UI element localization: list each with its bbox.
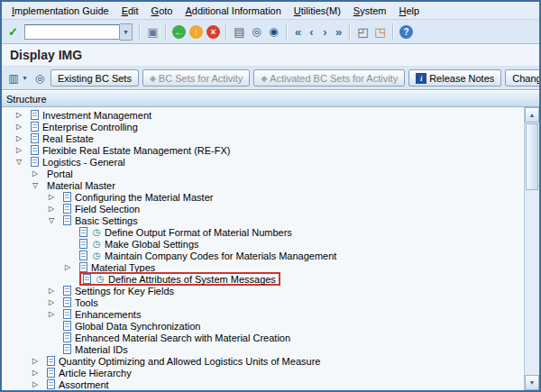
save-icon[interactable]: ▣ bbox=[145, 23, 160, 40]
img-activity-icon[interactable]: ◷ bbox=[91, 227, 102, 237]
change-log-button[interactable]: Change Log bbox=[505, 69, 541, 87]
tree-item-label[interactable]: Configuring the Material Master bbox=[75, 192, 213, 203]
collapse-icon[interactable]: ▽ bbox=[47, 216, 63, 224]
release-notes-button[interactable]: iRelease Notes bbox=[408, 69, 501, 87]
expand-icon[interactable]: ▷ bbox=[31, 380, 47, 388]
existing-bc-sets-button[interactable]: Existing BC Sets bbox=[50, 69, 139, 87]
scrollbar-track[interactable] bbox=[525, 123, 539, 375]
expand-icon[interactable]: ▷ bbox=[31, 169, 47, 178]
menu-goto[interactable]: Goto bbox=[145, 4, 179, 18]
scrollbar-thumb[interactable] bbox=[526, 123, 538, 190]
tree-item-label[interactable]: Article Hierarchy bbox=[59, 368, 132, 378]
img-activity-icon[interactable]: ◷ bbox=[91, 251, 102, 260]
vertical-scrollbar[interactable]: ▲ ▼ bbox=[524, 107, 539, 390]
find-next-icon[interactable]: ◉ bbox=[266, 23, 281, 40]
tree-item-label[interactable]: Enhancements bbox=[75, 309, 141, 320]
last-page-icon[interactable]: » bbox=[333, 23, 344, 40]
tree-row: ▷Flexible Real Estate Management (RE-FX) bbox=[2, 144, 524, 156]
expand-icon[interactable]: ▷ bbox=[47, 310, 63, 318]
collapse-icon[interactable]: ▽ bbox=[31, 181, 47, 189]
new-session-icon[interactable]: ◰ bbox=[355, 23, 371, 40]
expand-icon[interactable]: ▷ bbox=[47, 205, 63, 213]
tree-item-label[interactable]: Make Global Settings bbox=[105, 239, 199, 250]
title-bar: Display IMG bbox=[2, 44, 539, 67]
document-icon bbox=[63, 286, 71, 296]
menu-system[interactable]: System bbox=[347, 4, 393, 18]
structure-header-label: Structure bbox=[6, 94, 47, 105]
expand-icon[interactable]: ▷ bbox=[31, 357, 47, 365]
document-icon bbox=[31, 157, 39, 167]
tree-item-label[interactable]: Quantity Optimizing and Allowed Logistic… bbox=[59, 356, 320, 367]
menu-help[interactable]: Help bbox=[393, 4, 426, 18]
enter-icon[interactable]: ✓ bbox=[5, 23, 21, 40]
img-activity-icon[interactable]: ◷ bbox=[91, 239, 102, 249]
previous-page-icon[interactable]: ‹ bbox=[306, 23, 317, 40]
cancel-icon[interactable]: × bbox=[206, 25, 220, 39]
first-page-icon[interactable]: « bbox=[292, 23, 304, 40]
collapse-icon[interactable]: ▽ bbox=[14, 158, 31, 166]
tree-item-label[interactable]: Logistics - General bbox=[42, 157, 125, 168]
tree-item-label[interactable]: Material Types bbox=[91, 262, 155, 273]
display-dropdown-icon[interactable]: ▾ bbox=[21, 70, 29, 86]
expand-icon[interactable]: ▷ bbox=[63, 263, 79, 271]
activated-bc-sets-for-activity-button[interactable]: ◆Activated BC Sets for Activity bbox=[253, 69, 405, 87]
scroll-down-icon[interactable]: ▼ bbox=[525, 375, 539, 390]
document-icon bbox=[63, 321, 71, 331]
expand-icon[interactable]: ▷ bbox=[47, 193, 63, 201]
tree-item-label[interactable]: Portal bbox=[47, 169, 73, 179]
expand-icon[interactable]: ▷ bbox=[14, 134, 31, 142]
menu-edit[interactable]: Edit bbox=[115, 4, 145, 18]
document-icon bbox=[47, 356, 55, 366]
create-shortcut-icon[interactable]: ◳ bbox=[372, 23, 388, 40]
tree-item-label[interactable]: Enhanced Material Search with Material C… bbox=[75, 333, 290, 343]
annotation-highlight: ◷Define Attributes of System Messages bbox=[79, 272, 280, 286]
img-activity-icon[interactable]: ◷ bbox=[95, 274, 105, 284]
command-dropdown-icon[interactable]: ▾ bbox=[120, 23, 133, 41]
tree-item-label[interactable]: Field Selection bbox=[75, 204, 140, 214]
tree-item-label[interactable]: Settings for Key Fields bbox=[75, 286, 174, 296]
tree-item-label[interactable]: Enterprise Controlling bbox=[42, 122, 138, 132]
expand-icon[interactable]: ▷ bbox=[14, 111, 31, 119]
tree-item-label[interactable]: Define Attributes of System Messages bbox=[108, 274, 276, 285]
find-icon[interactable]: ◎ bbox=[249, 23, 264, 40]
expand-icon[interactable]: ▷ bbox=[47, 287, 63, 295]
find-in-tree-icon[interactable]: ◎ bbox=[32, 70, 47, 86]
tree-item-label[interactable]: Investment Management bbox=[42, 110, 151, 121]
expand-icon[interactable]: ▷ bbox=[14, 123, 31, 131]
sap-window: Implementation GuideEditGotoAdditional I… bbox=[0, 0, 541, 392]
tree-item-label[interactable]: Real Estate bbox=[42, 133, 94, 144]
menu-additional-information[interactable]: Additional Information bbox=[179, 4, 287, 18]
back-icon[interactable]: ← bbox=[172, 25, 186, 39]
tree-item-label[interactable]: Global Data Synchronization bbox=[75, 321, 200, 332]
help-icon[interactable]: ? bbox=[399, 25, 413, 39]
document-icon bbox=[79, 239, 87, 249]
document-icon bbox=[79, 227, 87, 237]
tree-row: ◷Make Global Settings bbox=[2, 238, 524, 250]
next-page-icon[interactable]: › bbox=[319, 23, 331, 40]
document-icon bbox=[63, 192, 71, 202]
scroll-up-icon[interactable]: ▲ bbox=[525, 107, 539, 123]
tree-item-label[interactable]: Define Output Format of Material Numbers bbox=[105, 227, 292, 238]
tree-item-label[interactable]: Flexible Real Estate Management (RE-FX) bbox=[42, 145, 230, 156]
tree-item-label[interactable]: Material IDs bbox=[75, 344, 128, 355]
page-title: Display IMG bbox=[10, 48, 82, 62]
tree-item-label[interactable]: Assortment bbox=[59, 379, 109, 390]
tree-item-label[interactable]: Maintain Company Codes for Materials Man… bbox=[105, 251, 336, 261]
bc-sets-for-activity-button[interactable]: ◆BC Sets for Activity bbox=[142, 69, 250, 87]
expand-icon[interactable]: ▷ bbox=[14, 146, 31, 154]
tree-row: ▷Assortment bbox=[2, 378, 524, 390]
application-toolbar: ▥▾◎Existing BC Sets◆BC Sets for Activity… bbox=[2, 67, 539, 90]
hierarchy-display-icon[interactable]: ▥ bbox=[6, 70, 21, 86]
menu-utilities-m[interactable]: Utilities(M) bbox=[288, 4, 347, 18]
expand-icon[interactable]: ▷ bbox=[47, 298, 63, 306]
tree-item-label[interactable]: Tools bbox=[75, 297, 98, 308]
document-icon bbox=[63, 297, 71, 307]
menu-implementation-guide[interactable]: Implementation Guide bbox=[5, 4, 115, 18]
tree-item-label[interactable]: Basic Settings bbox=[75, 215, 138, 226]
command-field[interactable] bbox=[24, 24, 120, 40]
tree-item-label[interactable]: Material Master bbox=[47, 180, 115, 191]
expand-icon[interactable]: ▷ bbox=[31, 369, 47, 377]
document-icon bbox=[31, 145, 39, 155]
exit-icon[interactable]: ↑ bbox=[189, 25, 203, 39]
print-icon[interactable]: ▤ bbox=[232, 23, 247, 40]
